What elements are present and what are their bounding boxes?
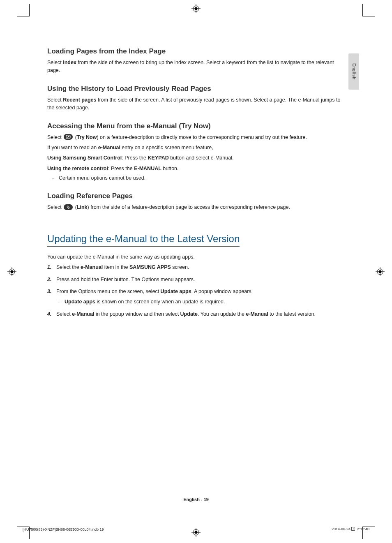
language-tab-label: English (352, 63, 356, 80)
body-text: Select (Link) from the side of a feature… (47, 203, 343, 211)
numbered-steps: Select the e-Manual item in the SAMSUNG … (47, 263, 343, 318)
heading-updating: Updating the e-Manual to the Latest Vers… (47, 233, 240, 247)
body-text: If you want to read an e-Manual entry on… (47, 144, 343, 152)
page-number: English - 19 (0, 497, 392, 502)
language-tab: English (348, 53, 359, 90)
registration-mark-icon (191, 528, 201, 537)
section-history: Using the History to Load Previously Rea… (47, 85, 343, 112)
step-item: From the Options menu on the screen, sel… (47, 288, 343, 306)
heading-reference: Loading Reference Pages (47, 192, 343, 200)
body-text: You can update the e-Manual in the same … (47, 253, 343, 261)
section-reference: Loading Reference Pages Select (Link) fr… (47, 192, 343, 211)
step-item: Select e-Manual in the popup window and … (47, 310, 343, 318)
heading-history: Using the History to Load Previously Rea… (47, 85, 343, 93)
body-text: Select Index from the side of the screen… (47, 59, 343, 75)
clock-icon (351, 527, 355, 531)
step-item: Select the e-Manual item in the SAMSUNG … (47, 263, 343, 271)
body-text: Select Recent pages from the side of the… (47, 96, 343, 112)
body-text: Using Samsung Smart Control: Press the K… (47, 154, 343, 162)
imprint-filename: [HU7500(85)-XNZF]BN68-06530D-00L04.indb … (23, 527, 104, 531)
imprint-timestamp: 2014-06-24 2:13:40 (332, 527, 369, 531)
note-text: Certain menu options cannot be used. (47, 174, 343, 182)
heading-index-page: Loading Pages from the Index Page (47, 47, 343, 55)
registration-mark-icon (191, 4, 201, 13)
body-text: Using the remote control: Press the E-MA… (47, 165, 343, 173)
link-icon (64, 204, 73, 210)
section-index-page: Loading Pages from the Index Page Select… (47, 47, 343, 75)
sub-note: Update apps is shown on the screen only … (56, 298, 343, 306)
body-text: Select (Try Now) on a feature-descriptio… (47, 134, 343, 141)
section-updating: Updating the e-Manual to the Latest Vers… (47, 222, 343, 318)
registration-mark-icon (376, 267, 385, 276)
page-content: Loading Pages from the Index Page Select… (47, 47, 343, 328)
heading-try-now: Accessing the Menu from the e-Manual (Tr… (47, 122, 343, 130)
registration-mark-icon (7, 267, 16, 276)
try-now-icon (64, 134, 73, 140)
section-try-now: Accessing the Menu from the e-Manual (Tr… (47, 122, 343, 183)
step-item: Press and hold the Enter button. The Opt… (47, 276, 343, 284)
svg-line-19 (353, 529, 354, 529)
crop-mark (17, 4, 30, 16)
crop-mark (362, 4, 375, 16)
